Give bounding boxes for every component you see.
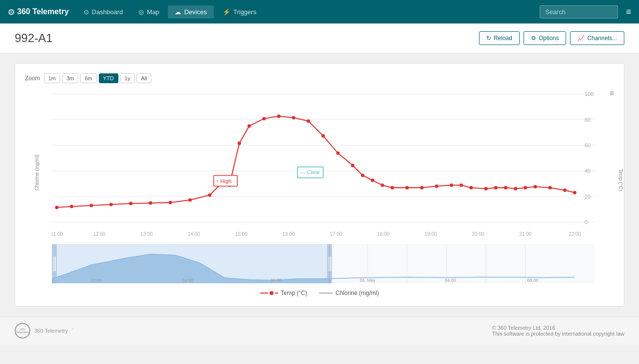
zoom-1y[interactable]: 1y: [120, 73, 135, 83]
channels-button[interactable]: 📈 Channels...: [570, 31, 624, 45]
svg-text:04:00: 04:00: [445, 277, 456, 282]
temp-line: [57, 116, 575, 207]
svg-text:20:00: 20:00: [472, 231, 484, 237]
svg-text:↑ High: ↑ High: [216, 178, 231, 184]
nav-brand: ⊙ 360 Telemetry: [8, 7, 69, 17]
channels-icon: 📈: [577, 35, 585, 42]
data-point: [277, 114, 280, 118]
data-point: [307, 119, 310, 123]
navigator-left-handle[interactable]: [52, 244, 57, 284]
main-chart-svg: 100 80 60 40 20 0: [52, 89, 594, 242]
data-point: [262, 117, 266, 120]
zoom-6m[interactable]: 6m: [80, 73, 96, 83]
zoom-ytd[interactable]: YTD: [99, 73, 118, 83]
data-point: [238, 141, 241, 145]
brand-icon: ⊙: [8, 7, 14, 17]
svg-text:20: 20: [585, 194, 591, 200]
hamburger-menu-icon[interactable]: ≡: [626, 7, 631, 17]
svg-text:100: 100: [585, 91, 593, 97]
chart-container: Chlorine (mg/ml) 100 80 60 40 20: [25, 89, 614, 285]
svg-text:21:00: 21:00: [519, 231, 532, 237]
data-point: [494, 186, 498, 189]
data-point: [129, 202, 133, 205]
data-point: [149, 201, 152, 205]
options-button[interactable]: ⚙ Options: [524, 31, 566, 45]
legend-temp-line: [260, 293, 268, 294]
svg-text:80: 80: [585, 117, 591, 123]
main-content: Zoom 1m 3m 6m YTD 1y All ≡ Chlorine (mg/…: [0, 53, 639, 317]
svg-text:22:00: 22:00: [569, 231, 581, 237]
svg-text:18:00: 18:00: [377, 231, 390, 237]
nav-devices[interactable]: ☁ Devices: [168, 5, 213, 19]
svg-text:17:00: 17:00: [330, 231, 342, 237]
svg-text:13:00: 13:00: [140, 231, 153, 237]
svg-text:12:00: 12:00: [91, 277, 102, 282]
svg-text:14:00: 14:00: [188, 231, 201, 237]
data-point: [90, 204, 93, 207]
svg-text:40: 40: [585, 168, 591, 174]
data-point: [435, 184, 438, 188]
data-point: [450, 183, 453, 187]
chart-card: Zoom 1m 3m 6m YTD 1y All ≡ Chlorine (mg/…: [15, 63, 624, 307]
dashboard-icon: ⊙: [84, 8, 89, 16]
footer: 360Telemetry 360 Telemetry ` © 360 Telem…: [0, 317, 639, 344]
data-point: [381, 183, 384, 187]
svg-text:26. May: 26. May: [360, 277, 376, 282]
footer-logo: 360Telemetry 360 Telemetry `: [15, 323, 73, 339]
data-point: [504, 186, 507, 189]
nav-dashboard[interactable]: ⊙ Dashboard: [77, 5, 130, 19]
data-point: [109, 203, 113, 206]
chart-wrapper: ≡ Chlorine (mg/ml) 100 80: [25, 89, 614, 296]
data-point: [573, 191, 576, 194]
data-point: [390, 186, 394, 189]
data-point: [361, 174, 365, 177]
footer-logo-circle: 360Telemetry: [15, 323, 30, 339]
legend-temp-dot: [270, 291, 274, 295]
svg-text:11:00: 11:00: [52, 231, 63, 237]
svg-text:0: 0: [585, 219, 588, 225]
legend-chlorine-line: [319, 293, 333, 294]
svg-text:16:00: 16:00: [182, 277, 193, 282]
data-point: [469, 186, 473, 189]
chart-navigator: 12:00 16:00 20:00 26. May 04:00 08:00: [52, 244, 594, 285]
zoom-controls: Zoom 1m 3m 6m YTD 1y All: [25, 73, 614, 83]
data-point: [321, 134, 325, 137]
brand-text: 360 Telemetry: [17, 7, 69, 16]
navbar: ⊙ 360 Telemetry ⊙ Dashboard ◎ Map ☁ Devi…: [0, 0, 639, 23]
data-point: [292, 116, 295, 119]
header-actions: ↻ Reload ⚙ Options 📈 Channels...: [479, 31, 624, 45]
data-point: [484, 187, 488, 190]
svg-text:60: 60: [585, 142, 591, 148]
data-point: [55, 205, 59, 209]
zoom-3m[interactable]: 3m: [62, 73, 78, 83]
nav-map[interactable]: ◎ Map: [132, 5, 166, 19]
map-icon: ◎: [138, 8, 144, 16]
footer-copyright: © 360 Telemetry Ltd. 2016 This software …: [492, 325, 624, 337]
chart-legend: Temp (°C) Chlorine (mg/ml): [25, 290, 614, 296]
data-point: [70, 205, 73, 208]
data-point: [420, 186, 424, 189]
footer-brand-text: 360 Telemetry: [34, 328, 68, 334]
data-point: [459, 183, 463, 187]
devices-icon: ☁: [175, 8, 181, 16]
reload-button[interactable]: ↻ Reload: [479, 31, 520, 45]
y-axis-right-label: Temp (°C): [618, 169, 624, 191]
svg-text:08:00: 08:00: [527, 277, 539, 282]
svg-text:16:00: 16:00: [282, 231, 295, 237]
nav-triggers[interactable]: ⚡ Triggers: [216, 5, 263, 19]
data-point: [371, 179, 374, 182]
zoom-1m[interactable]: 1m: [44, 73, 60, 83]
data-point: [405, 186, 409, 189]
data-point: [514, 187, 517, 190]
legend-temp: Temp (°C): [260, 290, 307, 296]
legend-temp-line2: [275, 293, 278, 294]
zoom-label: Zoom: [25, 75, 40, 82]
data-point: [533, 185, 537, 188]
reload-icon: ↻: [486, 35, 491, 42]
search-input[interactable]: [540, 5, 618, 19]
navigator-svg: 12:00 16:00 20:00 26. May 04:00 08:00: [52, 244, 594, 284]
data-point: [563, 188, 567, 192]
page-header: 992-A1 ↻ Reload ⚙ Options 📈 Channels...: [0, 23, 639, 53]
zoom-all[interactable]: All: [137, 73, 151, 83]
svg-text:15:00: 15:00: [235, 231, 248, 237]
